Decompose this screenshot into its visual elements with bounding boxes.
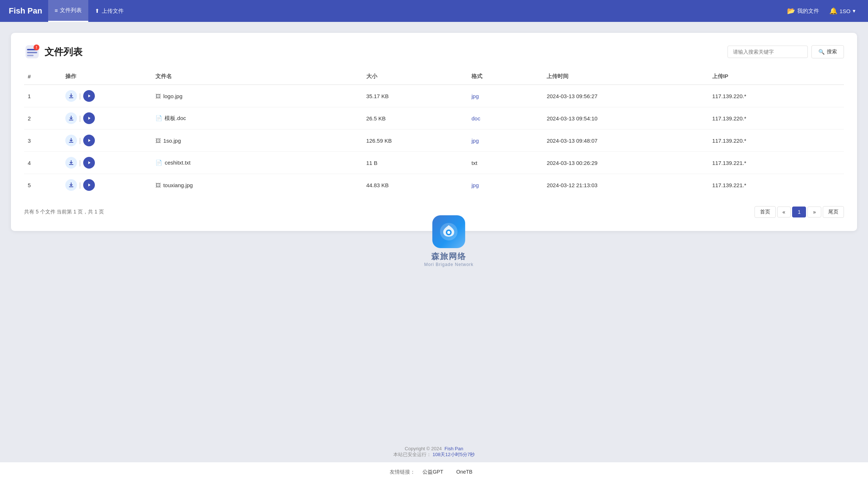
download-button[interactable]	[65, 135, 77, 146]
table-row: 4 |	[24, 152, 844, 174]
pagination-last[interactable]: 尾页	[823, 206, 844, 218]
pagination-current[interactable]: 1	[792, 207, 806, 217]
copyright-text: Copyright © 2024	[405, 446, 441, 451]
uptime-line: 本站已安全运行： 108天12小时5分7秒	[0, 451, 868, 458]
search-btn-label: 搜索	[827, 49, 837, 55]
row-format: txt	[468, 152, 543, 174]
site-footer: Copyright © 2024 Fish Pan 本站已安全运行： 108天1…	[0, 439, 868, 462]
pagination-next[interactable]: »	[807, 207, 821, 217]
download-button[interactable]	[65, 90, 77, 102]
row-filename: 🖼touxiang.jpg	[152, 174, 362, 196]
upload-icon: ⬆	[95, 8, 100, 14]
row-filename: 📄模板.doc	[152, 107, 362, 130]
format-link[interactable]: doc	[471, 115, 480, 122]
row-num: 4	[24, 152, 62, 174]
row-size: 44.83 KB	[363, 174, 468, 196]
view-button[interactable]	[83, 112, 95, 124]
row-time: 2024-03-13 09:54:10	[543, 107, 709, 130]
row-actions: |	[62, 174, 152, 196]
row-filename: 🖼logo.jpg	[152, 85, 362, 107]
table-row: 1 |	[24, 85, 844, 107]
row-size: 11 B	[363, 152, 468, 174]
pagination: 首页 « 1 » 尾页	[755, 206, 844, 218]
search-icon: 🔍	[818, 49, 825, 55]
col-header-size: 大小	[363, 69, 468, 85]
table-row: 3 |	[24, 130, 844, 152]
row-ip: 117.139.220.*	[709, 130, 844, 152]
my-files-btn[interactable]: 📂 我的文件	[783, 5, 823, 16]
row-ip: 117.139.220.*	[709, 107, 844, 130]
row-time: 2024-03-13 09:48:07	[543, 130, 709, 152]
my-files-label: 我的文件	[797, 8, 819, 15]
view-button[interactable]	[83, 157, 95, 169]
row-filename: 📄ceshitxt.txt	[152, 152, 362, 174]
row-size: 35.17 KB	[363, 85, 468, 107]
file-type-icon: 📄	[155, 115, 162, 121]
row-size: 126.59 KB	[363, 130, 468, 152]
file-list-page-icon: !	[24, 44, 40, 60]
row-time: 2024-03-13 09:56:27	[543, 85, 709, 107]
row-time: 2024-03-13 00:26:29	[543, 152, 709, 174]
format-link[interactable]: jpg	[471, 138, 479, 144]
action-separator: |	[79, 159, 81, 167]
col-header-op: 操作	[62, 69, 152, 85]
brand-logo[interactable]: Fish Pan	[9, 6, 42, 16]
search-button[interactable]: 🔍 搜索	[811, 45, 844, 58]
download-button[interactable]	[65, 112, 77, 124]
file-table: # 操作 文件名 大小 格式 上传时间 上传IP 1	[24, 69, 844, 196]
row-num: 5	[24, 174, 62, 196]
main-content: ! 文件列表 🔍 搜索 # 操作 文件名 大小 格式	[0, 22, 868, 439]
download-button[interactable]	[65, 157, 77, 169]
row-ip: 117.139.221.*	[709, 174, 844, 196]
nav-file-list[interactable]: ≡ 文件列表	[48, 0, 89, 22]
row-ip: 117.139.221.*	[709, 152, 844, 174]
row-size: 26.5 KB	[363, 107, 468, 130]
download-button[interactable]	[65, 179, 77, 191]
nav-upload[interactable]: ⬆ 上传文件	[88, 0, 130, 22]
page-header: ! 文件列表 🔍 搜索	[24, 44, 844, 60]
table-footer: 共有 5 个文件 当前第 1 页，共 1 页 首页 « 1 » 尾页	[24, 206, 844, 218]
svg-marker-6	[88, 95, 90, 97]
friend-link-onetb[interactable]: OneTB	[456, 469, 472, 475]
row-format: jpg	[468, 174, 543, 196]
file-type-icon: 🖼	[155, 93, 161, 99]
page-title-group: ! 文件列表	[24, 44, 82, 60]
row-num: 3	[24, 130, 62, 152]
view-button[interactable]	[83, 135, 95, 146]
row-actions: |	[62, 152, 152, 174]
svg-rect-3	[27, 55, 34, 56]
format-link[interactable]: jpg	[471, 93, 479, 99]
bell-icon: 🔔	[829, 7, 837, 15]
table-row: 2 |	[24, 107, 844, 130]
file-list-icon: ≡	[55, 7, 58, 14]
navbar: Fish Pan ≡ 文件列表 ⬆ 上传文件 📂 我的文件 🔔 1SO ▾	[0, 0, 868, 22]
search-group: 🔍 搜索	[728, 45, 844, 58]
uptime-value: 108天12小时5分7秒	[433, 452, 475, 457]
search-input[interactable]	[728, 46, 808, 58]
col-header-format: 格式	[468, 69, 543, 85]
format-link[interactable]: txt	[471, 160, 477, 166]
copyright-line: Copyright © 2024 Fish Pan	[0, 446, 868, 451]
pagination-first[interactable]: 首页	[755, 206, 776, 218]
footer-brand-link[interactable]: Fish Pan	[444, 446, 463, 451]
folder-icon: 📂	[787, 7, 795, 15]
file-list-label: 文件列表	[60, 7, 82, 14]
nav-right: 📂 我的文件 🔔 1SO ▾	[783, 5, 859, 16]
view-button[interactable]	[83, 179, 95, 191]
view-button[interactable]	[83, 90, 95, 102]
row-filename: 🖼1so.jpg	[152, 130, 362, 152]
user-menu-btn[interactable]: 🔔 1SO ▾	[826, 5, 859, 16]
col-header-num: #	[24, 69, 62, 85]
file-list-card: ! 文件列表 🔍 搜索 # 操作 文件名 大小 格式	[11, 33, 857, 231]
friend-link-gpt[interactable]: 公益GPT	[423, 469, 443, 475]
row-ip: 117.139.220.*	[709, 85, 844, 107]
uptime-prefix: 本站已安全运行：	[393, 452, 431, 457]
format-link[interactable]: jpg	[471, 182, 479, 188]
svg-text:!: !	[36, 46, 37, 50]
action-separator: |	[79, 137, 81, 144]
row-actions: |	[62, 107, 152, 130]
friend-links-bar: 友情链接： 公益GPT OneTB	[0, 462, 868, 482]
col-header-ip: 上传IP	[709, 69, 844, 85]
page-title: 文件列表	[45, 46, 82, 58]
pagination-prev[interactable]: «	[777, 207, 791, 217]
